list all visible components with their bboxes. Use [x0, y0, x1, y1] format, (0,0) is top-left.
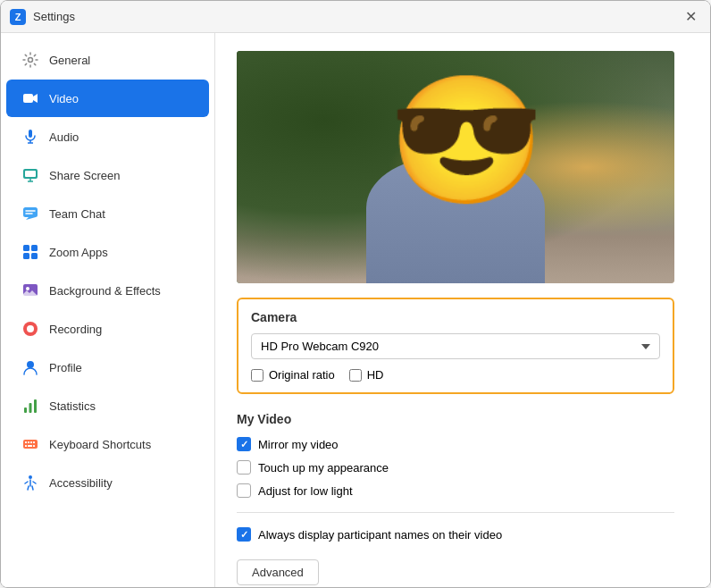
- main-content: General Video: [1, 33, 710, 587]
- gear-icon: [21, 50, 40, 70]
- svg-rect-31: [25, 445, 27, 447]
- svg-rect-16: [23, 253, 29, 259]
- sidebar-label-recording: Recording: [49, 323, 102, 336]
- sidebar-item-profile[interactable]: Profile: [6, 349, 209, 386]
- my-video-title: My Video: [237, 412, 674, 426]
- sidebar-item-team-chat[interactable]: Team Chat: [6, 195, 209, 232]
- titlebar: Z Settings ✕: [1, 1, 710, 33]
- settings-window: Z Settings ✕ General: [0, 0, 711, 588]
- svg-rect-15: [31, 245, 38, 251]
- svg-rect-11: [23, 207, 38, 217]
- camera-select[interactable]: HD Pro Webcam C920: [251, 333, 660, 359]
- sidebar-label-keyboard-shortcuts: Keyboard Shortcuts: [49, 438, 151, 451]
- camera-section-title: Camera: [251, 310, 660, 324]
- svg-rect-30: [33, 441, 35, 443]
- low-light-checkbox[interactable]: [237, 483, 251, 498]
- app-icon: Z: [10, 9, 26, 25]
- participant-names-checkbox[interactable]: [237, 527, 251, 542]
- background-icon: [21, 281, 40, 300]
- video-icon: [21, 88, 40, 108]
- original-ratio-checkbox[interactable]: [251, 369, 263, 382]
- touch-up-checkbox[interactable]: [237, 460, 251, 475]
- svg-point-21: [27, 325, 34, 332]
- sidebar-item-video[interactable]: Video: [6, 80, 209, 117]
- zoom-apps-icon: [21, 242, 40, 262]
- svg-rect-17: [31, 253, 38, 259]
- sidebar-label-team-chat: Team Chat: [49, 207, 105, 221]
- sidebar-label-profile: Profile: [49, 361, 82, 374]
- camera-select-row: HD Pro Webcam C920: [251, 333, 660, 359]
- camera-checkbox-row: Original ratio HD: [251, 368, 660, 382]
- sidebar-item-background-effects[interactable]: Background & Effects: [6, 272, 209, 309]
- emoji-overlay: 😎: [389, 78, 523, 212]
- svg-rect-3: [23, 94, 33, 103]
- original-ratio-label[interactable]: Original ratio: [251, 368, 335, 382]
- svg-rect-4: [29, 130, 32, 138]
- sidebar-item-keyboard-shortcuts[interactable]: Keyboard Shortcuts: [6, 425, 209, 463]
- close-button[interactable]: ✕: [680, 6, 701, 28]
- window-title: Settings: [33, 10, 680, 23]
- audio-icon: [21, 127, 40, 147]
- sidebar-item-recording[interactable]: Recording: [6, 310, 209, 348]
- sidebar-item-audio[interactable]: Audio: [6, 118, 209, 155]
- hd-label[interactable]: HD: [349, 368, 384, 382]
- keyboard-icon: [21, 434, 40, 454]
- advanced-button[interactable]: Advanced: [237, 559, 319, 585]
- sidebar-item-statistics[interactable]: Statistics: [6, 387, 209, 424]
- statistics-icon: [21, 396, 40, 416]
- sidebar-label-accessibility: Accessibility: [49, 476, 113, 490]
- low-light-row[interactable]: Adjust for low light: [237, 483, 674, 498]
- sidebar-label-statistics: Statistics: [49, 399, 96, 413]
- svg-rect-27: [25, 441, 27, 443]
- sidebar: General Video: [1, 33, 215, 587]
- accessibility-icon: [21, 473, 40, 492]
- svg-rect-32: [28, 445, 32, 447]
- recording-icon: [21, 319, 40, 339]
- profile-icon: [21, 357, 40, 377]
- sidebar-label-share-screen: Share Screen: [49, 169, 121, 182]
- sidebar-label-zoom-apps: Zoom Apps: [49, 246, 108, 259]
- svg-rect-8: [25, 171, 36, 177]
- participant-names-row[interactable]: Always display participant names on thei…: [237, 527, 674, 542]
- svg-text:Z: Z: [15, 12, 21, 22]
- svg-rect-23: [24, 407, 27, 413]
- mirror-video-label: Mirror my video: [258, 438, 339, 451]
- hd-checkbox[interactable]: [349, 369, 362, 382]
- svg-rect-26: [23, 440, 38, 449]
- sidebar-item-accessibility[interactable]: Accessibility: [6, 464, 209, 501]
- svg-rect-33: [33, 445, 35, 447]
- video-settings-content: 😎 Camera HD Pro Webcam C920 Original rat…: [215, 33, 710, 587]
- svg-rect-29: [30, 441, 32, 443]
- svg-rect-25: [34, 399, 37, 413]
- sidebar-item-share-screen[interactable]: Share Screen: [6, 156, 209, 194]
- mirror-video-checkbox[interactable]: [237, 437, 251, 451]
- mirror-video-row[interactable]: Mirror my video: [237, 437, 674, 451]
- my-video-section: My Video Mirror my video Touch up my app…: [237, 412, 674, 585]
- touch-up-row[interactable]: Touch up my appearance: [237, 460, 674, 475]
- sidebar-label-video: Video: [49, 92, 79, 105]
- touch-up-label: Touch up my appearance: [258, 461, 389, 475]
- camera-preview: 😎: [237, 51, 674, 283]
- share-screen-icon: [21, 165, 40, 185]
- svg-rect-24: [29, 403, 32, 413]
- sidebar-label-background-effects: Background & Effects: [49, 284, 161, 298]
- sidebar-label-general: General: [49, 54, 90, 67]
- camera-section: Camera HD Pro Webcam C920 Original ratio…: [237, 298, 674, 394]
- svg-point-22: [27, 361, 34, 368]
- sidebar-label-audio: Audio: [49, 130, 79, 144]
- section-divider: [237, 512, 674, 513]
- svg-rect-14: [23, 245, 29, 251]
- svg-point-19: [26, 287, 29, 290]
- low-light-label: Adjust for low light: [258, 484, 353, 498]
- team-chat-icon: [21, 204, 40, 223]
- sidebar-item-zoom-apps[interactable]: Zoom Apps: [6, 233, 209, 271]
- svg-rect-28: [28, 441, 29, 443]
- svg-point-2: [29, 58, 33, 63]
- participant-names-label: Always display participant names on thei…: [258, 528, 502, 542]
- sidebar-item-general[interactable]: General: [6, 41, 209, 79]
- svg-point-34: [29, 475, 32, 479]
